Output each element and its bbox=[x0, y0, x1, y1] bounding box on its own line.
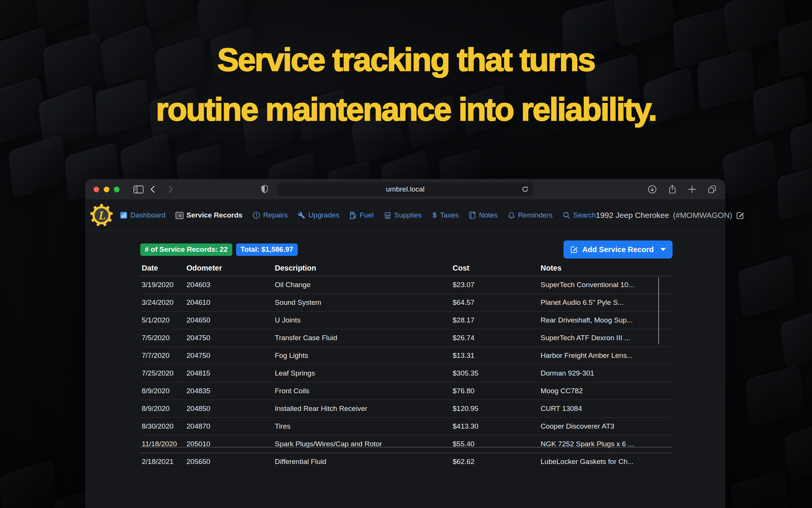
hero-headline: Service tracking that turnsroutine maint… bbox=[0, 35, 812, 134]
table-row[interactable]: 3/24/2020204610Sound System$64.57Planet … bbox=[140, 294, 672, 312]
close-window-button[interactable] bbox=[94, 187, 99, 192]
column-header-odometer[interactable]: Odometer bbox=[185, 260, 273, 276]
table-cell-date: 7/5/2020 bbox=[140, 329, 185, 347]
table-cell-notes: SuperTech Conventional 10... bbox=[539, 276, 672, 294]
browser-titlebar: umbrel.local bbox=[85, 179, 725, 200]
tab-overview-icon[interactable] bbox=[707, 185, 717, 194]
service-records-icon bbox=[176, 212, 183, 219]
minimize-window-button[interactable] bbox=[104, 187, 109, 192]
tread-block bbox=[142, 0, 196, 30]
zoom-window-button[interactable] bbox=[114, 187, 120, 192]
nav-item-search[interactable]: Search bbox=[563, 211, 596, 219]
nav-item-reminders[interactable]: Reminders bbox=[508, 211, 553, 219]
column-header-date[interactable]: Date bbox=[140, 260, 185, 276]
table-cell-date: 11/18/2020 bbox=[140, 435, 185, 453]
nav-item-notes[interactable]: Notes bbox=[469, 211, 498, 219]
table-cell-date: 8/9/2020 bbox=[140, 400, 185, 418]
reload-icon[interactable] bbox=[521, 185, 529, 193]
caret-down-icon[interactable] bbox=[661, 248, 666, 251]
total-cost-badge: Total: $1,586.97 bbox=[236, 243, 298, 256]
notes-icon bbox=[469, 211, 476, 219]
table-cell-odometer: 204815 bbox=[185, 365, 273, 382]
nav-label: Supplies bbox=[394, 211, 422, 219]
table-row[interactable]: 2/18/2021205650Differential Fluid$62.62L… bbox=[140, 453, 672, 465]
table-cell-odometer: 204650 bbox=[185, 312, 273, 329]
table-cell-cost: $28.17 bbox=[451, 312, 539, 329]
nav-item-dashboard[interactable]: Dashboard bbox=[120, 211, 165, 219]
table-cell-cost: $13.31 bbox=[451, 347, 539, 365]
browser-window: umbrel.local bbox=[85, 179, 725, 508]
table-cell-date: 8/9/2020 bbox=[140, 382, 185, 400]
table-cell-description: Leaf Springs bbox=[273, 365, 451, 382]
tread-block bbox=[722, 139, 778, 202]
table-cell-odometer: 205010 bbox=[185, 435, 273, 453]
nav-item-supplies[interactable]: Supplies bbox=[384, 211, 422, 219]
nav-label: Upgrades bbox=[308, 211, 339, 219]
column-header-cost[interactable]: Cost bbox=[451, 260, 539, 276]
table-cell-description: Front Coils bbox=[273, 382, 451, 400]
titlebar-right-buttons bbox=[648, 179, 717, 199]
table-cell-notes: Moog CC782 bbox=[539, 382, 672, 400]
app-navbar: L Dashboard bbox=[85, 200, 725, 231]
table-cell-description: U Joints bbox=[273, 312, 451, 329]
nav-label: Reminders bbox=[518, 211, 553, 219]
sidebar-toggle-button[interactable] bbox=[133, 179, 144, 199]
table-row[interactable]: 7/5/2020204750Transfer Case Fluid$26.74S… bbox=[140, 329, 672, 347]
table-cell-description: Differential Fluid bbox=[273, 453, 451, 465]
table-cell-cost: $413.30 bbox=[451, 418, 539, 435]
table-row[interactable]: 7/25/2020204815Leaf Springs$305.35Dorman… bbox=[140, 365, 672, 382]
table-scrollbar-thumb[interactable] bbox=[658, 277, 659, 344]
taxes-icon: $ bbox=[432, 211, 437, 219]
reminders-icon bbox=[508, 211, 515, 219]
table-body: 3/19/2020204603Oil Change$23.07SuperTech… bbox=[140, 276, 672, 465]
upgrades-icon bbox=[298, 211, 305, 219]
table-cell-date: 2/18/2021 bbox=[140, 453, 185, 465]
nav-label: Fuel bbox=[360, 211, 374, 219]
vehicle-tag: (#MOMWAGON) bbox=[673, 211, 732, 220]
table-row[interactable]: 5/1/2020204650U Joints$28.17Rear Drivesh… bbox=[140, 312, 672, 329]
table-cell-date: 5/1/2020 bbox=[140, 312, 185, 329]
table-cell-cost: $120.95 bbox=[451, 400, 539, 418]
table-cell-notes: SuperTech ATF Dexron III ... bbox=[539, 329, 672, 347]
table-row[interactable]: 8/30/2020204870Tires$413.30Cooper Discov… bbox=[140, 418, 672, 435]
address-bar[interactable]: umbrel.local bbox=[277, 183, 533, 196]
column-header-description[interactable]: Description bbox=[273, 260, 451, 276]
add-service-record-button[interactable]: Add Service Record bbox=[564, 240, 673, 259]
table-cell-cost: $23.07 bbox=[451, 276, 539, 294]
table-cell-odometer: 204850 bbox=[185, 400, 273, 418]
dashboard-icon bbox=[120, 211, 127, 219]
table-row[interactable]: 7/7/2020204750Fog Lights$13.31Harbor Fre… bbox=[140, 347, 672, 365]
table-row[interactable]: 11/18/2020205010Spark Plugs/Wires/Cap an… bbox=[140, 435, 672, 453]
table-header: Date Odometer Description Cost Notes bbox=[140, 260, 672, 276]
new-tab-icon[interactable] bbox=[688, 185, 696, 193]
lubelogger-logo[interactable]: L bbox=[90, 204, 113, 227]
nav-item-repairs[interactable]: Repairs bbox=[253, 211, 288, 219]
table-row[interactable]: 3/19/2020204603Oil Change$23.07SuperTech… bbox=[140, 276, 672, 294]
table-row[interactable]: 8/9/2020204835Front Coils$76.80Moog CC78… bbox=[140, 382, 672, 400]
table-cell-date: 7/25/2020 bbox=[140, 365, 185, 382]
downloads-icon[interactable] bbox=[648, 185, 657, 194]
forward-button[interactable] bbox=[168, 179, 173, 199]
table-cell-odometer: 204870 bbox=[185, 418, 273, 435]
back-button[interactable] bbox=[150, 179, 155, 199]
table-cell-odometer: 205650 bbox=[185, 453, 273, 465]
nav-item-service-records[interactable]: Service Records bbox=[176, 211, 242, 219]
pencil-square-icon bbox=[570, 246, 578, 253]
column-header-notes[interactable]: Notes bbox=[539, 260, 672, 276]
table-cell-notes: Planet Audio 6.5" Pyle S... bbox=[539, 294, 672, 312]
repairs-icon bbox=[253, 211, 260, 219]
supplies-icon bbox=[384, 212, 391, 219]
records-count-badge: # of Service Records: 22 bbox=[140, 243, 232, 256]
nav-item-fuel[interactable]: Fuel bbox=[350, 211, 374, 219]
table-cell-odometer: 204610 bbox=[185, 294, 273, 312]
table-cell-date: 7/7/2020 bbox=[140, 347, 185, 365]
edit-vehicle-icon[interactable] bbox=[736, 211, 744, 219]
nav-item-taxes[interactable]: $ Taxes bbox=[432, 211, 459, 219]
table-row[interactable]: 8/9/2020204850Installed Rear Hitch Recei… bbox=[140, 400, 672, 418]
tread-block bbox=[746, 365, 803, 427]
share-icon[interactable] bbox=[668, 184, 677, 194]
svg-text:$: $ bbox=[433, 211, 436, 219]
tread-block bbox=[780, 306, 812, 370]
service-records-table[interactable]: Date Odometer Description Cost Notes 3/1… bbox=[140, 260, 673, 465]
nav-item-upgrades[interactable]: Upgrades bbox=[298, 211, 339, 219]
